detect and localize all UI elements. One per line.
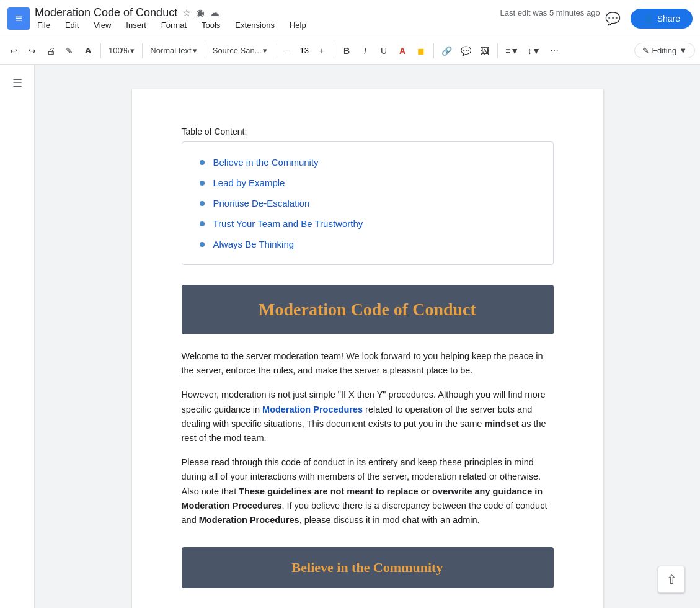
scroll-top-button[interactable]: ⇧ xyxy=(658,566,685,593)
font-increase-button[interactable]: + xyxy=(312,42,330,60)
table-of-contents: Believe in the Community Lead by Example… xyxy=(182,141,554,265)
share-label: Share xyxy=(657,14,680,24)
font-size-control: − 13 + xyxy=(279,42,330,60)
app-icon: ≡ xyxy=(7,7,30,30)
list-item: Always Be Thinking xyxy=(200,239,536,249)
comments-button[interactable]: 💬 xyxy=(605,11,621,26)
separator-2 xyxy=(142,43,143,58)
toc-link-3[interactable]: Prioritise De-Escalation xyxy=(213,198,310,208)
paintformat-button[interactable]: ✎ xyxy=(61,42,78,60)
menu-tools[interactable]: Tools xyxy=(199,19,223,31)
underline-button[interactable]: U xyxy=(375,42,392,60)
toc-label: Table of Content: xyxy=(182,127,554,136)
main-title-header: Moderation Code of Conduct xyxy=(182,285,554,334)
cloud-save-icon[interactable]: ☁ xyxy=(210,7,219,19)
edit-mode-label: Editing xyxy=(652,46,676,55)
list-item: Trust Your Team and Be Trustworthy xyxy=(200,218,536,229)
text-color-button[interactable]: A xyxy=(394,42,411,60)
paragraph-style-select[interactable]: Normal text ▾ xyxy=(146,42,200,60)
main-title: Moderation Code of Conduct xyxy=(197,300,539,320)
intro-p3-bold2: Moderation Procedures xyxy=(199,515,299,525)
menu-extensions[interactable]: Extensions xyxy=(233,19,277,31)
document-title: Moderation Code of Conduct xyxy=(35,6,177,19)
separator-3 xyxy=(205,43,205,58)
share-button[interactable]: 👤 Share xyxy=(631,9,693,29)
align-button[interactable]: ≡▼ xyxy=(502,42,523,60)
separator-1 xyxy=(100,43,101,58)
section1-title: Believe in the Community xyxy=(194,560,541,576)
undo-button[interactable]: ↩ xyxy=(5,42,22,60)
bold-button[interactable]: B xyxy=(338,42,355,60)
edit-mode-button[interactable]: ✎ Editing ▼ xyxy=(634,43,695,58)
font-size-value[interactable]: 13 xyxy=(298,46,311,55)
intro-p2-mindset: mindset xyxy=(484,419,519,429)
toc-dot-2 xyxy=(200,181,205,186)
menu-edit[interactable]: Edit xyxy=(63,19,81,31)
outline-button[interactable]: ☰ xyxy=(6,72,29,94)
sidebar: ☰ xyxy=(0,65,35,608)
link-button[interactable]: 🔗 xyxy=(438,42,456,60)
list-item: Lead by Example xyxy=(200,177,536,188)
moderation-procedures-link-1[interactable]: Moderation Procedures xyxy=(262,405,363,414)
font-decrease-button[interactable]: − xyxy=(279,42,296,60)
toc-list: Believe in the Community Lead by Example… xyxy=(200,157,536,249)
toc-link-4[interactable]: Trust Your Team and Be Trustworthy xyxy=(213,218,363,229)
menu-format[interactable]: Format xyxy=(159,19,189,31)
redo-button[interactable]: ↪ xyxy=(24,42,41,60)
separator-6 xyxy=(433,43,434,58)
edit-mode-arrow-icon: ▼ xyxy=(679,46,687,55)
linespacing-button[interactable]: ↕▼ xyxy=(524,42,544,60)
top-bar: ≡ Moderation Code of Conduct ☆ ◉ ☁ Last … xyxy=(0,0,700,37)
menu-help[interactable]: Help xyxy=(287,19,309,31)
edit-mode-icon: ✎ xyxy=(642,46,649,55)
history-icon[interactable]: ◉ xyxy=(196,7,205,19)
menu-view[interactable]: View xyxy=(91,19,113,31)
intro-paragraph-1: Welcome to the server moderation team! W… xyxy=(182,349,554,378)
document-page: Table of Content: Believe in the Communi… xyxy=(132,89,603,608)
title-area: Moderation Code of Conduct ☆ ◉ ☁ Last ed… xyxy=(35,6,600,31)
zoom-select[interactable]: 100% ▾ xyxy=(105,42,138,60)
intro-p3-end: , please discuss it in mod chat with an … xyxy=(299,515,480,525)
menu-bar: File Edit View Insert Format Tools Exten… xyxy=(35,19,600,31)
document-area: Table of Content: Believe in the Communi… xyxy=(35,65,700,608)
toolbar: ↩ ↪ 🖨 ✎ A̲ 100% ▾ Normal text ▾ Source S… xyxy=(0,37,700,65)
toc-dot-4 xyxy=(200,221,205,226)
menu-insert[interactable]: Insert xyxy=(123,19,149,31)
menu-file[interactable]: File xyxy=(35,19,53,31)
more-button[interactable]: ⋯ xyxy=(546,42,563,60)
list-item: Believe in the Community xyxy=(200,157,536,168)
section1-header: Believe in the Community xyxy=(182,547,554,588)
font-select[interactable]: Source San... ▾ xyxy=(209,42,271,60)
toc-dot-3 xyxy=(200,201,205,206)
image-button[interactable]: 🖼 xyxy=(476,42,494,60)
toc-link-1[interactable]: Believe in the Community xyxy=(213,157,319,168)
share-icon: 👤 xyxy=(643,14,653,24)
comment-button[interactable]: 💬 xyxy=(457,42,475,60)
intro-paragraph-2: However, moderation is not just simple "… xyxy=(182,388,554,445)
star-icon[interactable]: ☆ xyxy=(182,7,191,19)
toc-link-2[interactable]: Lead by Example xyxy=(213,177,285,188)
highlight-button[interactable]: ◼ xyxy=(412,42,430,60)
toc-dot-1 xyxy=(200,160,205,165)
separator-7 xyxy=(497,43,498,58)
intro-paragraph-3: Please read through this code of conduct… xyxy=(182,455,554,527)
separator-5 xyxy=(334,43,334,58)
last-edit-text: Last edit was 5 minutes ago xyxy=(500,8,600,17)
toc-dot-5 xyxy=(200,242,205,247)
list-item: Prioritise De-Escalation xyxy=(200,198,536,208)
print-button[interactable]: 🖨 xyxy=(42,42,60,60)
spellcheck-button[interactable]: A̲ xyxy=(79,42,97,60)
main-layout: ☰ Table of Content: Believe in the Commu… xyxy=(0,65,700,608)
italic-button[interactable]: I xyxy=(357,42,374,60)
separator-4 xyxy=(275,43,275,58)
toc-link-5[interactable]: Always Be Thinking xyxy=(213,239,295,249)
